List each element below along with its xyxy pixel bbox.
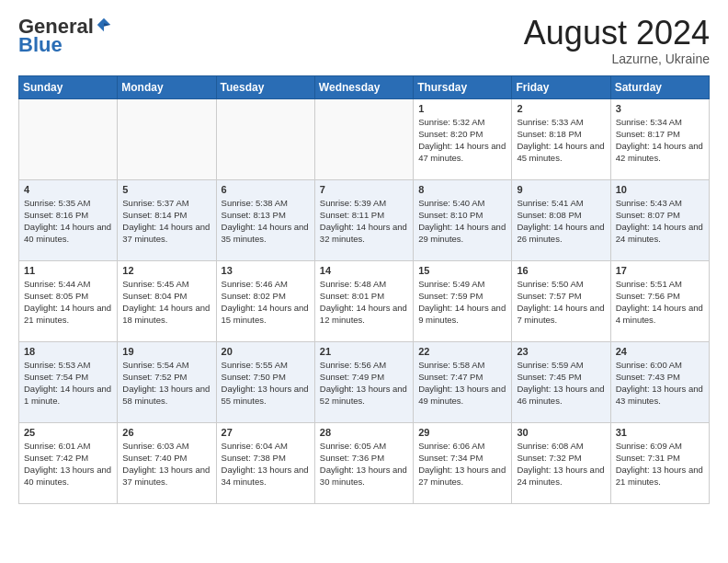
day-info: Sunrise: 6:06 AMSunset: 7:34 PMDaylight:… <box>418 440 506 488</box>
day-number: 23 <box>517 346 605 357</box>
day-info: Sunrise: 5:54 AMSunset: 7:52 PMDaylight:… <box>122 359 210 408</box>
day-number: 7 <box>320 184 408 195</box>
day-info: Sunrise: 5:44 AMSunset: 8:05 PMDaylight:… <box>24 278 112 327</box>
calendar-cell: 8Sunrise: 5:40 AMSunset: 8:10 PMDaylight… <box>414 179 512 260</box>
calendar-cell <box>216 98 314 179</box>
day-number: 20 <box>222 346 310 357</box>
calendar-cell: 29Sunrise: 6:06 AMSunset: 7:34 PMDayligh… <box>414 422 512 503</box>
day-number: 29 <box>418 427 506 438</box>
logo: General Blue <box>18 15 112 57</box>
calendar-cell: 26Sunrise: 6:03 AMSunset: 7:40 PMDayligh… <box>118 422 216 503</box>
day-info: Sunrise: 5:58 AMSunset: 7:47 PMDaylight:… <box>418 359 506 408</box>
day-info: Sunrise: 5:56 AMSunset: 7:49 PMDaylight:… <box>320 359 408 408</box>
day-number: 27 <box>222 427 310 438</box>
logo-icon <box>96 17 112 33</box>
day-number: 31 <box>616 427 704 438</box>
location: Lazurne, Ukraine <box>524 52 710 66</box>
calendar-cell: 4Sunrise: 5:35 AMSunset: 8:16 PMDaylight… <box>19 179 118 260</box>
day-info: Sunrise: 5:37 AMSunset: 8:14 PMDaylight:… <box>122 197 210 246</box>
calendar: SundayMondayTuesdayWednesdayThursdayFrid… <box>18 75 710 504</box>
day-number: 11 <box>24 265 112 276</box>
day-number: 6 <box>222 184 310 195</box>
day-info: Sunrise: 5:48 AMSunset: 8:01 PMDaylight:… <box>320 278 408 327</box>
calendar-header-row: SundayMondayTuesdayWednesdayThursdayFrid… <box>19 75 710 98</box>
calendar-week-row: 1Sunrise: 5:32 AMSunset: 8:20 PMDaylight… <box>19 98 710 179</box>
calendar-cell: 22Sunrise: 5:58 AMSunset: 7:47 PMDayligh… <box>414 341 512 422</box>
day-number: 22 <box>418 346 506 357</box>
calendar-cell: 13Sunrise: 5:46 AMSunset: 8:02 PMDayligh… <box>216 260 314 341</box>
calendar-cell: 27Sunrise: 6:04 AMSunset: 7:38 PMDayligh… <box>216 422 314 503</box>
calendar-cell: 7Sunrise: 5:39 AMSunset: 8:11 PMDaylight… <box>314 179 413 260</box>
day-info: Sunrise: 5:41 AMSunset: 8:08 PMDaylight:… <box>517 197 605 246</box>
calendar-cell: 21Sunrise: 5:56 AMSunset: 7:49 PMDayligh… <box>314 341 413 422</box>
title-block: August 2024 Lazurne, Ukraine <box>524 15 710 66</box>
calendar-cell: 24Sunrise: 6:00 AMSunset: 7:43 PMDayligh… <box>610 341 709 422</box>
weekday-header: Friday <box>512 75 610 98</box>
calendar-cell: 15Sunrise: 5:49 AMSunset: 7:59 PMDayligh… <box>414 260 512 341</box>
day-number: 28 <box>320 427 408 438</box>
calendar-cell: 16Sunrise: 5:50 AMSunset: 7:57 PMDayligh… <box>512 260 610 341</box>
calendar-cell: 5Sunrise: 5:37 AMSunset: 8:14 PMDaylight… <box>118 179 216 260</box>
calendar-cell: 20Sunrise: 5:55 AMSunset: 7:50 PMDayligh… <box>216 341 314 422</box>
day-number: 3 <box>616 103 704 114</box>
weekday-header: Monday <box>118 75 216 98</box>
weekday-header: Wednesday <box>314 75 413 98</box>
day-info: Sunrise: 5:35 AMSunset: 8:16 PMDaylight:… <box>24 197 112 246</box>
day-info: Sunrise: 6:04 AMSunset: 7:38 PMDaylight:… <box>222 440 310 488</box>
day-info: Sunrise: 5:59 AMSunset: 7:45 PMDaylight:… <box>517 359 605 408</box>
weekday-header: Saturday <box>610 75 709 98</box>
day-number: 26 <box>122 427 210 438</box>
day-number: 10 <box>616 184 704 195</box>
day-number: 17 <box>616 265 704 276</box>
day-info: Sunrise: 5:39 AMSunset: 8:11 PMDaylight:… <box>320 197 408 246</box>
day-info: Sunrise: 5:53 AMSunset: 7:54 PMDaylight:… <box>24 359 112 408</box>
day-number: 21 <box>320 346 408 357</box>
day-number: 15 <box>418 265 506 276</box>
calendar-cell: 9Sunrise: 5:41 AMSunset: 8:08 PMDaylight… <box>512 179 610 260</box>
calendar-cell: 2Sunrise: 5:33 AMSunset: 8:18 PMDaylight… <box>512 98 610 179</box>
calendar-cell: 6Sunrise: 5:38 AMSunset: 8:13 PMDaylight… <box>216 179 314 260</box>
logo-blue-text: Blue <box>18 33 63 57</box>
day-info: Sunrise: 6:00 AMSunset: 7:43 PMDaylight:… <box>616 359 704 408</box>
calendar-cell: 12Sunrise: 5:45 AMSunset: 8:04 PMDayligh… <box>118 260 216 341</box>
day-info: Sunrise: 5:38 AMSunset: 8:13 PMDaylight:… <box>222 197 310 246</box>
calendar-cell <box>19 98 118 179</box>
header: General Blue August 2024 Lazurne, Ukrain… <box>18 15 710 66</box>
day-number: 8 <box>418 184 506 195</box>
calendar-cell: 31Sunrise: 6:09 AMSunset: 7:31 PMDayligh… <box>610 422 709 503</box>
calendar-week-row: 18Sunrise: 5:53 AMSunset: 7:54 PMDayligh… <box>19 341 710 422</box>
calendar-cell: 19Sunrise: 5:54 AMSunset: 7:52 PMDayligh… <box>118 341 216 422</box>
day-info: Sunrise: 5:50 AMSunset: 7:57 PMDaylight:… <box>517 278 605 327</box>
day-info: Sunrise: 5:55 AMSunset: 7:50 PMDaylight:… <box>222 359 310 408</box>
calendar-week-row: 25Sunrise: 6:01 AMSunset: 7:42 PMDayligh… <box>19 422 710 503</box>
calendar-cell: 3Sunrise: 5:34 AMSunset: 8:17 PMDaylight… <box>610 98 709 179</box>
day-info: Sunrise: 6:08 AMSunset: 7:32 PMDaylight:… <box>517 440 605 488</box>
day-info: Sunrise: 6:01 AMSunset: 7:42 PMDaylight:… <box>24 440 112 488</box>
day-number: 9 <box>517 184 605 195</box>
calendar-cell <box>118 98 216 179</box>
calendar-cell: 14Sunrise: 5:48 AMSunset: 8:01 PMDayligh… <box>314 260 413 341</box>
calendar-week-row: 11Sunrise: 5:44 AMSunset: 8:05 PMDayligh… <box>19 260 710 341</box>
day-info: Sunrise: 5:43 AMSunset: 8:07 PMDaylight:… <box>616 197 704 246</box>
day-info: Sunrise: 5:46 AMSunset: 8:02 PMDaylight:… <box>222 278 310 327</box>
calendar-cell <box>314 98 413 179</box>
day-number: 2 <box>517 103 605 114</box>
day-number: 14 <box>320 265 408 276</box>
day-info: Sunrise: 5:40 AMSunset: 8:10 PMDaylight:… <box>418 197 506 246</box>
day-number: 24 <box>616 346 704 357</box>
calendar-cell: 17Sunrise: 5:51 AMSunset: 7:56 PMDayligh… <box>610 260 709 341</box>
day-info: Sunrise: 6:03 AMSunset: 7:40 PMDaylight:… <box>122 440 210 488</box>
day-info: Sunrise: 6:09 AMSunset: 7:31 PMDaylight:… <box>616 440 704 488</box>
day-number: 1 <box>418 103 506 114</box>
calendar-cell: 25Sunrise: 6:01 AMSunset: 7:42 PMDayligh… <box>19 422 118 503</box>
day-number: 19 <box>122 346 210 357</box>
day-info: Sunrise: 5:51 AMSunset: 7:56 PMDaylight:… <box>616 278 704 327</box>
day-info: Sunrise: 5:32 AMSunset: 8:20 PMDaylight:… <box>418 116 506 165</box>
day-info: Sunrise: 5:49 AMSunset: 7:59 PMDaylight:… <box>418 278 506 327</box>
calendar-cell: 28Sunrise: 6:05 AMSunset: 7:36 PMDayligh… <box>314 422 413 503</box>
weekday-header: Thursday <box>414 75 512 98</box>
calendar-cell: 23Sunrise: 5:59 AMSunset: 7:45 PMDayligh… <box>512 341 610 422</box>
day-number: 16 <box>517 265 605 276</box>
day-number: 13 <box>222 265 310 276</box>
day-number: 18 <box>24 346 112 357</box>
